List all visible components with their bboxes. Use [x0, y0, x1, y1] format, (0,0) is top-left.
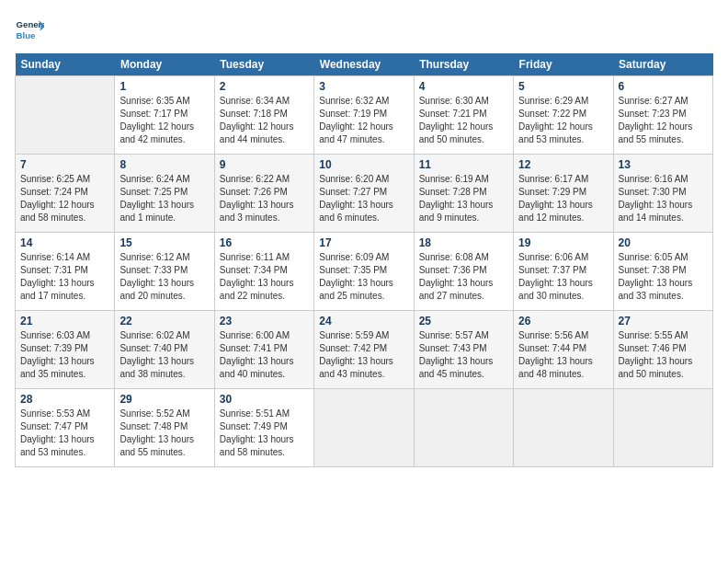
- svg-text:Blue: Blue: [17, 30, 36, 40]
- calendar-cell: [314, 389, 414, 467]
- calendar-cell: 26Sunrise: 5:56 AMSunset: 7:44 PMDayligh…: [514, 311, 613, 389]
- calendar-cell: 1Sunrise: 6:35 AMSunset: 7:17 PMDaylight…: [115, 76, 214, 155]
- calendar-cell: [16, 76, 115, 155]
- day-number: 13: [619, 158, 708, 171]
- calendar-cell: 11Sunrise: 6:19 AMSunset: 7:28 PMDayligh…: [414, 155, 513, 233]
- day-number: 12: [518, 158, 608, 171]
- day-info: Sunrise: 5:56 AMSunset: 7:44 PMDaylight:…: [518, 329, 608, 381]
- day-info: Sunrise: 6:08 AMSunset: 7:36 PMDaylight:…: [419, 251, 508, 303]
- day-number: 25: [419, 315, 508, 327]
- day-number: 30: [220, 393, 309, 406]
- day-number: 3: [319, 80, 408, 93]
- calendar-cell: 28Sunrise: 5:53 AMSunset: 7:47 PMDayligh…: [16, 389, 115, 467]
- calendar-cell: 30Sunrise: 5:51 AMSunset: 7:49 PMDayligh…: [214, 389, 313, 467]
- day-of-week-header: Saturday: [613, 53, 712, 76]
- calendar-cell: 22Sunrise: 6:02 AMSunset: 7:40 PMDayligh…: [115, 311, 214, 389]
- svg-text:General: General: [17, 19, 44, 29]
- day-info: Sunrise: 6:20 AMSunset: 7:27 PMDaylight:…: [319, 173, 408, 224]
- day-number: 14: [20, 236, 109, 249]
- calendar-cell: 6Sunrise: 6:27 AMSunset: 7:23 PMDaylight…: [613, 76, 712, 155]
- day-number: 8: [119, 158, 209, 171]
- day-number: 17: [319, 236, 408, 249]
- calendar-week-row: 21Sunrise: 6:03 AMSunset: 7:39 PMDayligh…: [16, 311, 713, 389]
- day-info: Sunrise: 6:05 AMSunset: 7:38 PMDaylight:…: [619, 251, 708, 303]
- calendar-cell: 5Sunrise: 6:29 AMSunset: 7:22 PMDaylight…: [514, 76, 613, 155]
- day-number: 11: [419, 158, 508, 171]
- day-number: 6: [619, 80, 708, 93]
- day-info: Sunrise: 6:17 AMSunset: 7:29 PMDaylight:…: [518, 173, 608, 224]
- day-number: 28: [20, 393, 109, 406]
- day-info: Sunrise: 6:25 AMSunset: 7:24 PMDaylight:…: [20, 173, 109, 224]
- day-info: Sunrise: 6:32 AMSunset: 7:19 PMDaylight:…: [319, 95, 408, 146]
- day-info: Sunrise: 5:51 AMSunset: 7:49 PMDaylight:…: [220, 408, 309, 459]
- calendar-cell: 18Sunrise: 6:08 AMSunset: 7:36 PMDayligh…: [414, 233, 513, 311]
- calendar-cell: 29Sunrise: 5:52 AMSunset: 7:48 PMDayligh…: [115, 389, 214, 467]
- day-number: 21: [20, 315, 109, 327]
- calendar-week-row: 1Sunrise: 6:35 AMSunset: 7:17 PMDaylight…: [16, 76, 713, 155]
- day-info: Sunrise: 5:57 AMSunset: 7:43 PMDaylight:…: [419, 329, 508, 381]
- calendar-cell: 7Sunrise: 6:25 AMSunset: 7:24 PMDaylight…: [16, 155, 115, 233]
- day-number: 22: [119, 315, 209, 327]
- day-number: 18: [419, 236, 508, 249]
- day-info: Sunrise: 5:52 AMSunset: 7:48 PMDaylight:…: [119, 408, 209, 459]
- day-info: Sunrise: 6:16 AMSunset: 7:30 PMDaylight:…: [619, 173, 708, 224]
- calendar-cell: 19Sunrise: 6:06 AMSunset: 7:37 PMDayligh…: [514, 233, 613, 311]
- calendar-cell: 15Sunrise: 6:12 AMSunset: 7:33 PMDayligh…: [115, 233, 214, 311]
- logo-icon: General Blue: [15, 15, 44, 44]
- day-info: Sunrise: 6:06 AMSunset: 7:37 PMDaylight:…: [518, 251, 608, 303]
- day-number: 10: [319, 158, 408, 171]
- day-number: 15: [119, 236, 209, 249]
- day-of-week-header: Friday: [514, 53, 613, 76]
- day-number: 9: [220, 158, 309, 171]
- day-of-week-header: Wednesday: [314, 53, 414, 76]
- day-info: Sunrise: 6:02 AMSunset: 7:40 PMDaylight:…: [119, 329, 209, 381]
- day-of-week-header: Monday: [115, 53, 214, 76]
- calendar-cell: 14Sunrise: 6:14 AMSunset: 7:31 PMDayligh…: [16, 233, 115, 311]
- calendar-cell: 3Sunrise: 6:32 AMSunset: 7:19 PMDaylight…: [314, 76, 414, 155]
- calendar-cell: 13Sunrise: 6:16 AMSunset: 7:30 PMDayligh…: [613, 155, 712, 233]
- day-info: Sunrise: 6:12 AMSunset: 7:33 PMDaylight:…: [119, 251, 209, 303]
- day-number: 19: [518, 236, 608, 249]
- day-number: 7: [20, 158, 109, 171]
- day-number: 29: [119, 393, 209, 406]
- day-info: Sunrise: 6:11 AMSunset: 7:34 PMDaylight:…: [220, 251, 309, 303]
- calendar-cell: 24Sunrise: 5:59 AMSunset: 7:42 PMDayligh…: [314, 311, 414, 389]
- day-info: Sunrise: 6:24 AMSunset: 7:25 PMDaylight:…: [119, 173, 209, 224]
- calendar-cell: 9Sunrise: 6:22 AMSunset: 7:26 PMDaylight…: [214, 155, 313, 233]
- calendar-week-row: 28Sunrise: 5:53 AMSunset: 7:47 PMDayligh…: [16, 389, 713, 467]
- day-info: Sunrise: 5:55 AMSunset: 7:46 PMDaylight:…: [619, 329, 708, 381]
- calendar-week-row: 7Sunrise: 6:25 AMSunset: 7:24 PMDaylight…: [16, 155, 713, 233]
- day-number: 1: [119, 80, 209, 93]
- calendar-cell: 10Sunrise: 6:20 AMSunset: 7:27 PMDayligh…: [314, 155, 414, 233]
- logo: General Blue: [15, 15, 48, 44]
- day-info: Sunrise: 5:59 AMSunset: 7:42 PMDaylight:…: [319, 329, 408, 381]
- calendar-cell: 4Sunrise: 6:30 AMSunset: 7:21 PMDaylight…: [414, 76, 513, 155]
- calendar-cell: [414, 389, 513, 467]
- day-info: Sunrise: 6:29 AMSunset: 7:22 PMDaylight:…: [518, 95, 608, 146]
- day-info: Sunrise: 6:35 AMSunset: 7:17 PMDaylight:…: [119, 95, 209, 146]
- day-of-week-header: Sunday: [16, 53, 115, 76]
- day-number: 2: [220, 80, 309, 93]
- day-info: Sunrise: 6:00 AMSunset: 7:41 PMDaylight:…: [220, 329, 309, 381]
- day-number: 24: [319, 315, 408, 327]
- day-number: 16: [220, 236, 309, 249]
- day-info: Sunrise: 6:03 AMSunset: 7:39 PMDaylight:…: [20, 329, 109, 381]
- day-number: 4: [419, 80, 508, 93]
- day-of-week-header: Thursday: [414, 53, 513, 76]
- calendar-cell: 27Sunrise: 5:55 AMSunset: 7:46 PMDayligh…: [613, 311, 712, 389]
- calendar-cell: 23Sunrise: 6:00 AMSunset: 7:41 PMDayligh…: [214, 311, 313, 389]
- calendar-cell: 16Sunrise: 6:11 AMSunset: 7:34 PMDayligh…: [214, 233, 313, 311]
- calendar-table: SundayMondayTuesdayWednesdayThursdayFrid…: [15, 53, 713, 467]
- page-header: General Blue: [15, 15, 713, 44]
- calendar-cell: [514, 389, 613, 467]
- calendar-cell: 2Sunrise: 6:34 AMSunset: 7:18 PMDaylight…: [214, 76, 313, 155]
- calendar-cell: [613, 389, 712, 467]
- day-info: Sunrise: 6:14 AMSunset: 7:31 PMDaylight:…: [20, 251, 109, 303]
- day-number: 27: [619, 315, 708, 327]
- calendar-week-row: 14Sunrise: 6:14 AMSunset: 7:31 PMDayligh…: [16, 233, 713, 311]
- day-info: Sunrise: 6:22 AMSunset: 7:26 PMDaylight:…: [220, 173, 309, 224]
- calendar-cell: 12Sunrise: 6:17 AMSunset: 7:29 PMDayligh…: [514, 155, 613, 233]
- day-info: Sunrise: 6:27 AMSunset: 7:23 PMDaylight:…: [619, 95, 708, 146]
- calendar-cell: 21Sunrise: 6:03 AMSunset: 7:39 PMDayligh…: [16, 311, 115, 389]
- day-info: Sunrise: 6:34 AMSunset: 7:18 PMDaylight:…: [220, 95, 309, 146]
